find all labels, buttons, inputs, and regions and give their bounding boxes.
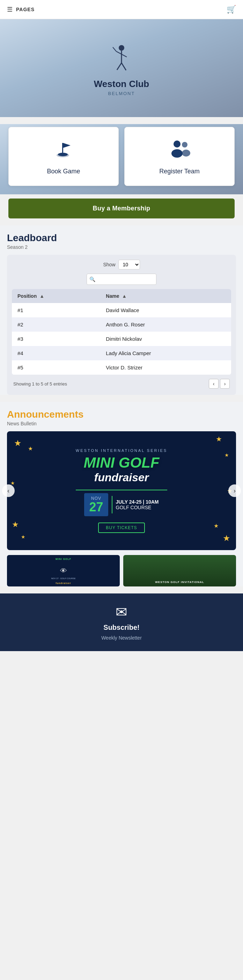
carousel-thumb-1[interactable]: MINI GOLF 👁 fundraiser NOV 27 · GOLF COU… [7,555,120,587]
svg-rect-8 [62,143,63,153]
row-position: #1 [12,303,100,317]
header-left: ☰ PAGES [7,6,35,13]
action-cards: Book Game Register Team [0,124,243,189]
leaderboard-table: Position ▲ Name ▲ #1David Wallace#2Antho… [12,289,231,375]
svg-point-12 [172,149,183,158]
carousel-event-loc: GOLF COURSE [116,505,159,510]
carousel-series: WESTON INTERNATIONAL SERIES [76,449,167,453]
table-controls: Show 10 25 50 100 [12,260,231,269]
announcements-section: Announcements News Bulletin ‹ ★ ★ ★ ★ ★ … [0,402,243,587]
eye-icon: 👁 [60,567,67,575]
row-position: #2 [12,317,100,332]
thumb1-mini-text: MINI GOLF [7,558,120,560]
star-1: ★ [14,438,22,448]
sort-position-icon: ▲ [40,293,44,299]
carousel-wrap: ‹ ★ ★ ★ ★ ★ ★ ★ ★ ★ ★ WESTON INTERNATION… [7,431,236,550]
svg-line-4 [117,63,122,70]
carousel-prev-button[interactable]: ‹ [2,484,15,497]
pages-label: PAGES [16,6,35,12]
star-8: ★ [214,522,219,529]
svg-point-11 [173,140,181,148]
svg-marker-9 [63,143,70,148]
carousel-title-line1: MINI GOLF [76,455,167,471]
table-row: #5Victor D. Strizer [12,360,231,375]
book-game-label: Book Game [47,168,80,175]
row-name: David Wallace [100,303,231,317]
carousel-event-date: JULY 24-25 | 10AM [116,499,159,505]
club-location: BELMONT [108,91,135,96]
col-name[interactable]: Name ▲ [100,289,231,303]
col-position[interactable]: Position ▲ [12,289,100,303]
carousel-thumb-2[interactable]: WESTON GOLF INVITATIONAL [123,555,236,587]
star-6: ★ [21,534,25,539]
search-input[interactable] [87,274,156,285]
row-name: Anthon G. Roser [100,317,231,332]
table-header-row: Position ▲ Name ▲ [12,289,231,303]
table-footer: Showing 1 to 5 of 5 entries ‹ › [12,375,231,390]
row-name: Lady Alicia Camper [100,346,231,360]
svg-line-2 [116,51,122,54]
thumb1-label: fundraiser [7,582,120,584]
cart-icon[interactable]: 🛒 [227,5,236,14]
svg-line-6 [122,54,127,57]
table-row: #1David Wallace [12,303,231,317]
leadboard-title: Leadboard [7,232,236,243]
table-row: #4Lady Alicia Camper [12,346,231,360]
svg-line-3 [113,47,116,51]
show-label: Show [103,262,115,267]
club-name: Weston Club [94,79,149,89]
hero-section: Weston Club BELMONT [0,19,243,117]
carousel-next-button[interactable]: › [228,484,241,497]
show-select[interactable]: 10 25 50 100 [118,260,140,269]
row-position: #4 [12,346,100,360]
row-position: #3 [12,332,100,346]
row-name: Dimitri Nickolav [100,332,231,346]
header: ☰ PAGES 🛒 [0,0,243,19]
star-3: ★ [216,435,222,443]
carousel-thumbs: MINI GOLF 👁 fundraiser NOV 27 · GOLF COU… [7,555,236,587]
envelope-icon: ✉ [116,604,127,620]
svg-point-13 [182,142,187,148]
buy-membership-button[interactable]: Buy a Membership [8,199,235,218]
page-next-button[interactable]: › [220,379,230,389]
carousel-event-details: NOV 27 JULY 24-25 | 10AM GOLF COURSE [76,493,167,516]
subscribe-subtitle: Weekly Newsletter [101,635,142,641]
svg-line-5 [122,63,126,70]
buy-tickets-button[interactable]: BUY TICKETS [98,522,145,533]
thumb2-label: WESTON GOLF INVITATIONAL [155,581,204,584]
book-game-card[interactable]: Book Game [8,127,119,186]
register-team-card[interactable]: Register Team [124,127,235,186]
pagination-btns: ‹ › [209,379,230,389]
table-showing-text: Showing 1 to 5 of 5 entries [13,381,67,387]
announcements-subtitle: News Bulletin [7,421,236,426]
search-wrap: 🔍 [12,274,231,285]
sort-name-icon: ▲ [122,293,127,299]
register-team-icon [167,138,192,163]
search-icon: 🔍 [89,277,95,282]
hamburger-icon[interactable]: ☰ [7,6,13,13]
svg-point-14 [182,150,190,157]
carousel-main: ★ ★ ★ ★ ★ ★ ★ ★ ★ ★ WESTON INTERNATIONAL… [7,431,236,550]
announcements-title: Announcements [7,409,236,420]
carousel-content: WESTON INTERNATIONAL SERIES MINI GOLF fu… [69,441,174,539]
leadboard-subtitle: Season 2 [7,244,236,250]
thumb1-date: NOV 27 · GOLF COURSE [7,578,120,579]
star-7: ★ [223,533,230,543]
golfer-icon [109,44,134,75]
carousel-date-day: 27 [89,501,103,514]
leadboard-section: Leadboard Season 2 Show 10 25 50 100 🔍 P… [0,226,243,395]
membership-btn-wrap: Buy a Membership [0,194,243,226]
star-2: ★ [28,445,33,452]
book-game-icon [53,138,74,163]
svg-point-0 [119,45,124,51]
row-name: Victor D. Strizer [100,360,231,375]
svg-point-10 [58,153,68,156]
table-row: #2Anthon G. Roser [12,317,231,332]
star-4: ★ [224,452,229,458]
star-5: ★ [12,520,19,529]
table-row: #3Dimitri Nickolav [12,332,231,346]
register-team-label: Register Team [159,168,200,175]
carousel-event-info: JULY 24-25 | 10AM GOLF COURSE [116,499,159,510]
subscribe-footer: ✉ Subscribe! Weekly Newsletter [0,593,243,651]
page-prev-button[interactable]: ‹ [209,379,219,389]
